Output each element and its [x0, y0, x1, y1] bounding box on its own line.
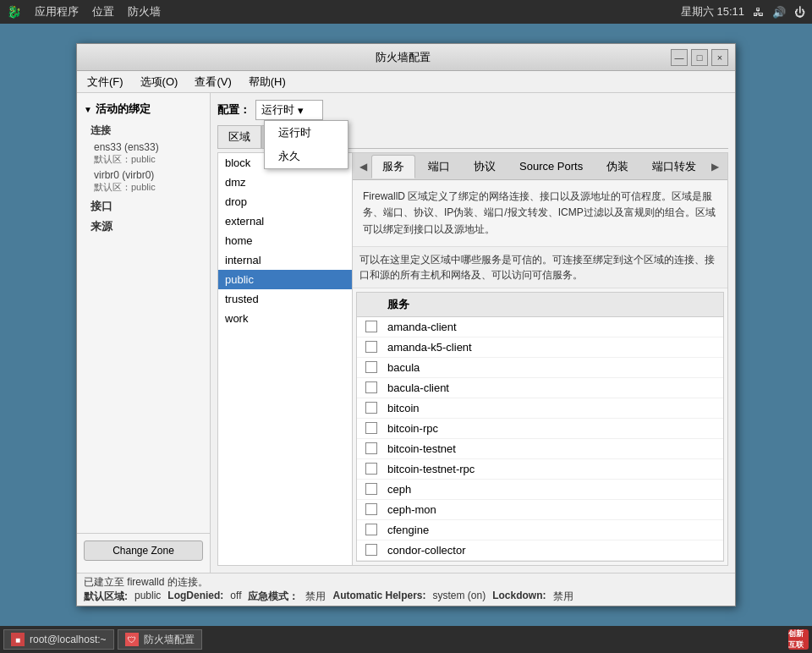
tab-protocols[interactable]: 协议	[463, 155, 507, 178]
service-checkbox-bacula-client[interactable]	[365, 381, 377, 393]
service-checkbox-bitcoin[interactable]	[365, 402, 377, 414]
service-label-amanda-client: amanda-client	[387, 321, 457, 333]
sidebar-active-binding-label: 活动的绑定	[96, 102, 151, 117]
config-selected-value: 运行时	[261, 102, 294, 118]
service-label-cfengine: cfengine	[387, 524, 429, 536]
sidebar-item-virbr0[interactable]: virbr0 (virbr0) 默认区：public	[77, 167, 210, 195]
service-bitcoin-testnet-rpc: bitcoin-testnet-rpc	[357, 459, 723, 480]
service-checkbox-bacula[interactable]	[365, 361, 377, 373]
statusbar-emergency-label: 应急模式：	[248, 590, 299, 604]
taskbar-firewall-menu[interactable]: 防火墙	[128, 4, 161, 19]
service-checkbox-ceph-mon[interactable]	[365, 503, 377, 515]
tab-next-arrow[interactable]: ▶	[708, 159, 722, 174]
service-label-bacula: bacula	[387, 361, 420, 374]
taskbar-terminal-app[interactable]: ■ root@localhost:~	[3, 629, 114, 650]
service-bitcoin-rpc: bitcoin-rpc	[357, 419, 723, 439]
sidebar-active-binding-header[interactable]: ▼ 活动的绑定	[77, 98, 210, 120]
service-checkbox-cfengine[interactable]	[365, 524, 377, 535]
statusbar-lockdown-value: 禁用	[553, 590, 573, 604]
taskbar-firewall-label: 防火墙配置	[144, 633, 195, 647]
service-label-bacula-client: bacula-client	[387, 381, 449, 394]
change-zone-button[interactable]: Change Zone	[84, 541, 203, 561]
tab-services[interactable]: 服务	[371, 155, 415, 178]
config-option-permanent[interactable]: 永久	[265, 145, 348, 168]
maximize-button[interactable]: □	[691, 49, 708, 66]
statusbar-default-zone-value: public	[134, 590, 161, 604]
taskbar-terminal-label: root@localhost:~	[30, 634, 107, 645]
service-checkbox-ceph[interactable]	[365, 483, 377, 495]
service-checkbox-bitcoin-testnet-rpc[interactable]	[365, 463, 377, 475]
statusbar-autohelpers-value: system (on)	[433, 590, 486, 604]
zone-description: FirewallD 区域定义了绑定的网络连接、接口以及源地址的可信程度。区域是服…	[353, 180, 727, 247]
zone-drop[interactable]: drop	[218, 192, 352, 211]
service-label-ceph-mon: ceph-mon	[387, 503, 436, 516]
zone-trusted[interactable]: trusted	[218, 289, 352, 309]
zone-internal[interactable]: internal	[218, 250, 352, 270]
taskbar-right: 星期六 15:11 🖧 🔊 ⏻	[681, 4, 805, 19]
services-list: amanda-client amanda-k5-client bacula	[357, 317, 723, 561]
service-checkbox-bitcoin-rpc[interactable]	[365, 422, 377, 434]
window-title: 防火墙配置	[134, 50, 671, 65]
service-label-amanda-k5-client: amanda-k5-client	[387, 341, 472, 354]
tab-prev-arrow[interactable]: ◀	[356, 159, 370, 174]
config-dropdown[interactable]: 运行时 ▾	[255, 100, 323, 120]
menu-options[interactable]: 选项(O)	[134, 73, 185, 91]
service-ceph: ceph	[357, 480, 723, 500]
firewall-app-icon: 🛡	[125, 633, 139, 646]
services-description: 可以在这里定义区域中哪些服务是可信的。可连接至绑定到这个区域的连接、接口和源的所…	[353, 247, 727, 288]
taskbar-app-icon: 🐉	[7, 5, 21, 19]
config-option-runtime[interactable]: 运行时	[265, 121, 348, 145]
zones-content: block dmz drop external home internal pu…	[217, 152, 728, 566]
menu-help[interactable]: 帮助(H)	[242, 73, 293, 91]
sidebar-footer: Change Zone	[77, 533, 210, 568]
statusbar-lockdown-label: Lockdown:	[492, 590, 546, 604]
menubar: 文件(F) 选项(O) 查看(V) 帮助(H)	[77, 71, 735, 93]
expand-arrow-icon: ▼	[84, 105, 92, 114]
zone-work[interactable]: work	[218, 309, 352, 328]
close-button[interactable]: ×	[711, 49, 728, 66]
sidebar-item-ens33-zone: 默认区：public	[94, 153, 203, 166]
menu-file[interactable]: 文件(F)	[80, 73, 130, 91]
taskbar-bottom: ■ root@localhost:~ 🛡 防火墙配置 创新互联	[0, 626, 812, 653]
tab-masquerade[interactable]: 伪装	[595, 155, 639, 178]
service-cfengine: cfengine	[357, 520, 723, 541]
services-container: 服务 amanda-client amanda-k5-client	[356, 292, 724, 562]
minimize-button[interactable]: —	[671, 49, 688, 66]
service-ceph-mon: ceph-mon	[357, 500, 723, 520]
taskbar-firewall-app[interactable]: 🛡 防火墙配置	[118, 629, 202, 650]
zone-dmz[interactable]: dmz	[218, 173, 352, 192]
service-bacula: bacula	[357, 358, 723, 378]
power-icon: ⏻	[794, 6, 805, 19]
tab-port-forward[interactable]: 端口转发	[641, 155, 707, 178]
network-icon: 🖧	[753, 6, 764, 19]
service-checkbox-amanda-k5-client[interactable]	[365, 341, 377, 353]
statusbar-line2: 默认区域: public LogDenied: off 应急模式： 禁用 Aut…	[84, 590, 728, 604]
taskbar-places-menu[interactable]: 位置	[92, 4, 114, 19]
menu-view[interactable]: 查看(V)	[188, 73, 238, 91]
service-checkbox-bitcoin-testnet[interactable]	[365, 442, 377, 454]
zone-public[interactable]: public	[218, 270, 352, 289]
statusbar-autohelpers-label: Automatic Helpers:	[332, 590, 425, 604]
statusbar: 已建立至 firewalld 的连接。 默认区域: public LogDeni…	[77, 573, 735, 606]
service-checkbox-condor-collector[interactable]	[365, 544, 377, 556]
zone-external[interactable]: external	[218, 211, 352, 231]
config-dropdown-menu: 运行时 永久	[264, 120, 348, 169]
service-label-ceph: ceph	[387, 483, 411, 496]
main-panel: 配置： 运行时 ▾ 运行时 永久 区域 IPSets	[211, 93, 735, 573]
zone-list: block dmz drop external home internal pu…	[217, 152, 353, 566]
zone-description-text: FirewallD 区域定义了绑定的网络连接、接口以及源地址的可信程度。区域是服…	[363, 190, 716, 234]
taskbar-datetime: 星期六 15:11	[681, 4, 744, 19]
statusbar-logdenied-value: off	[230, 590, 241, 604]
service-label-bitcoin-testnet: bitcoin-testnet	[387, 442, 456, 455]
service-label-bitcoin-testnet-rpc: bitcoin-testnet-rpc	[387, 463, 475, 475]
service-checkbox-amanda-client[interactable]	[365, 321, 377, 332]
tab-ports[interactable]: 端口	[417, 155, 461, 178]
service-bitcoin: bitcoin	[357, 398, 723, 419]
services-list-header: 服务	[357, 293, 723, 317]
tab-source-ports[interactable]: Source Ports	[508, 156, 594, 177]
zone-home[interactable]: home	[218, 231, 352, 250]
sidebar-interface-label: 接口	[77, 195, 210, 216]
taskbar-apps-menu[interactable]: 应用程序	[35, 4, 79, 19]
tab-zones[interactable]: 区域	[217, 125, 261, 148]
sidebar-item-ens33[interactable]: ens33 (ens33) 默认区：public	[77, 140, 210, 167]
